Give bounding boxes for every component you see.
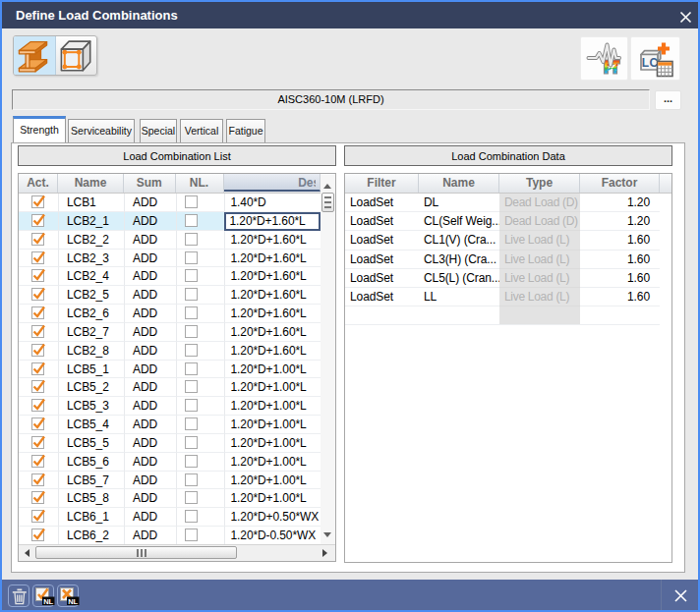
svg-text:LC: LC xyxy=(642,56,659,70)
svg-text:NL: NL xyxy=(43,597,53,606)
svg-text:NL: NL xyxy=(68,597,78,606)
